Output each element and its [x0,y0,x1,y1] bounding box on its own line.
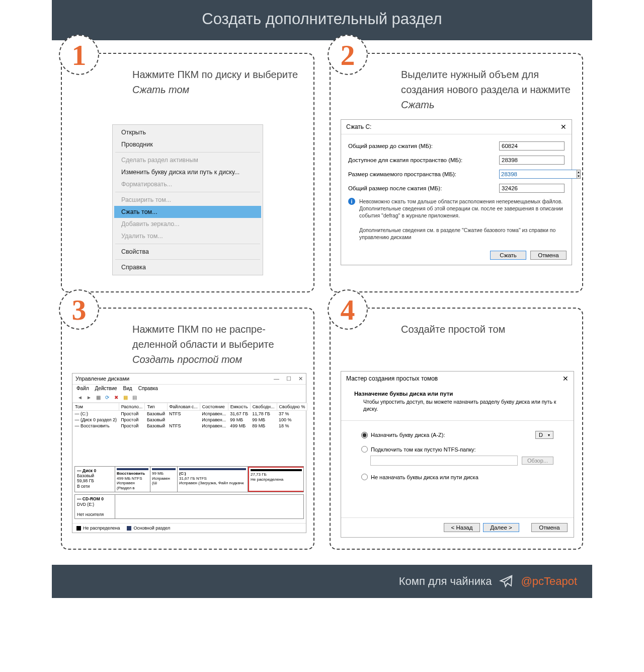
radio-assign-letter[interactable] [361,432,368,438]
legend-unalloc: Не распределена [76,526,120,531]
ctx-extend: Расширить том... [114,194,261,206]
step-4-number: 4 [328,289,368,330]
step-4-card: 4 Создайте простой том Мастер создания п… [330,308,583,550]
lbl-shrink: Размер сжимаемого пространства (МБ): [348,171,499,177]
disk-0-row: — Диск 0 Базовый 59,98 ГБ В сети Восстан… [74,466,304,492]
partition-unallocated[interactable]: 27,73 ГБНе распределена [248,467,303,492]
ctx-properties[interactable]: Свойства [114,246,261,258]
menu-file[interactable]: Файл [76,386,89,391]
lbl-after: Общий размер после сжатия (МБ): [348,185,499,191]
val-avail [499,156,565,165]
ctx-make-active: Сделать раздел активным [114,154,261,166]
radio-mount-folder[interactable] [361,446,368,453]
cancel-button[interactable]: Отмена [530,251,567,260]
stop-icon[interactable]: ✖ [113,394,120,401]
page-title: Создать дополнительный раздел [52,0,592,40]
browse-button[interactable]: Обзор... [522,457,553,465]
step-2-number: 2 [328,35,368,75]
cancel-button[interactable]: Отмена [531,523,568,532]
table-row[interactable]: — (Диск 0 раздел 2)ПростойБазовыйИсправе… [73,417,307,423]
val-after [499,184,565,193]
opt-icon[interactable]: ▦ [122,394,129,401]
opt2-icon[interactable]: ▤ [131,394,138,401]
close-icon[interactable]: ✕ [562,375,569,383]
ctx-change-letter[interactable]: Изменить букву диска или путь к диску... [114,166,261,178]
info-icon: i [348,198,355,205]
ctx-help[interactable]: Справка [114,261,261,273]
step-1-card: 1 Нажмите ПКМ по диску и выберите Сжать … [61,53,314,292]
partition-system[interactable]: 99 МБИсправен (Ш [150,467,178,492]
dmgr-title: Управление дисками [75,376,129,382]
table-row[interactable]: — (C:)ПростойБазовыйNTFSИсправен...31,67… [73,411,307,417]
step-2-card: 2 Выделите нужный объем для создания нов… [330,53,583,292]
lbl-total: Общий размер до сжатия (МБ): [348,143,499,149]
ctx-format: Форматировать... [114,178,261,190]
next-button[interactable]: Далее > [483,523,519,532]
step-1-desc: Нажмите ПКМ по диску и выберите Сжать то… [132,64,303,109]
back-icon[interactable]: ◄ [76,394,84,401]
wizard-dialog: Мастер создания простых томов ✕ Назначен… [341,371,574,538]
view-icon[interactable]: ▦ [95,394,102,401]
volume-table: Том Располо... Тип Файловая с... Состоян… [72,403,307,429]
close-icon[interactable]: ✕ [298,376,303,382]
ctx-mirror: Добавить зеркало... [114,218,261,230]
ctx-open[interactable]: Открыть [114,126,261,138]
minimize-icon[interactable]: — [274,376,279,382]
wizard-title: Мастер создания простых томов [346,375,438,382]
shrink-button[interactable]: Сжать [490,251,526,260]
menu-view[interactable]: Вид [123,386,132,391]
legend-primary: Основной раздел [127,526,170,531]
ctx-delete: Удалить том... [114,230,261,242]
close-icon[interactable]: ✕ [560,123,567,131]
table-row[interactable]: — ВосстановитьПростойБазовыйNTFSИсправен… [73,423,307,429]
toolbar: ◄ ► ▦ ⟳ ✖ ▦ ▤ [72,392,306,403]
step-3-card: 3 Нажмите ПКМ по не распре­деленной обла… [61,308,314,550]
back-button[interactable]: < Назад [444,523,480,532]
folder-path-input[interactable] [370,456,518,466]
disk-management-window: Управление дисками — ☐ ✕ Файл Действие В… [72,373,306,533]
cdrom-row: — CD-ROM 0 DVD (E:) Нет носителя [74,494,304,519]
shrink-input[interactable] [499,170,577,179]
footer-handle[interactable]: @pcTeapot [521,575,577,588]
footer-text: Комп для чайника [399,575,492,588]
info-text-1: Невозможно сжать том дальше области расп… [359,198,565,219]
lbl-avail: Доступное для сжатия пространство (МБ): [348,157,499,163]
radio-no-letter[interactable] [361,474,368,480]
wizard-heading: Назначение буквы диска или пути [354,391,566,397]
spinner-buttons[interactable]: ▲▼ [577,170,581,179]
info-text-2: Дополнительные сведения см. в разделе "С… [359,227,565,241]
telegram-icon [499,574,514,589]
dialog-title: Сжать C: [346,123,371,130]
ctx-explorer[interactable]: Проводник [114,138,261,151]
wizard-subheading: Чтобы упростить доступ, вы можете назнач… [363,399,566,412]
maximize-icon[interactable]: ☐ [286,376,291,382]
refresh-icon[interactable]: ⟳ [104,394,111,401]
footer: Комп для чайника @pcTeapot [52,565,592,598]
partition-recovery[interactable]: Восстановить499 МБ NTFSИсправен (Раздел … [115,467,150,492]
ctx-shrink[interactable]: Сжать том... [114,206,261,218]
drive-letter-select[interactable]: D▾ [535,431,553,439]
step-3-number: 3 [59,289,99,330]
shrink-dialog: Сжать C: ✕ Общий размер до сжатия (МБ): … [341,119,572,265]
val-total [499,141,565,151]
step-4-desc: Создайте простой том [401,319,572,364]
menu-help[interactable]: Справка [138,386,158,391]
step-1-number: 1 [59,35,99,75]
menu-action[interactable]: Действие [95,386,117,391]
partition-c[interactable]: (C:)31,67 ГБ NTFSИсправен (Загрузка, Фай… [178,467,248,492]
step-3-desc: Нажмите ПКМ по не распре­деленной област… [132,319,303,367]
step-2-desc: Выделите нужный объем для создания новог… [401,64,572,112]
context-menu: Открыть Проводник Сделать раздел активны… [112,124,263,275]
fwd-icon[interactable]: ► [86,394,93,401]
